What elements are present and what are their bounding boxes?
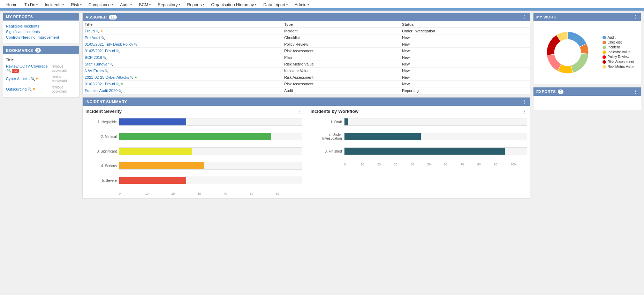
assigned-status-cell: New <box>400 41 530 48</box>
x-axis-tick: 50 <box>427 163 444 166</box>
legend-label: Risk Assessment <box>607 60 634 64</box>
nav-item-bcm[interactable]: BCM▾ <box>135 0 154 9</box>
table-row: NAV Errors🔍Indicator ValueNew <box>83 68 530 74</box>
report-link[interactable]: Significant incidents <box>6 29 76 34</box>
incident-summary-menu-button[interactable]: ⋮ <box>522 99 527 104</box>
donut-segment <box>571 53 589 73</box>
bar-track <box>344 147 528 155</box>
bar-label: 2. Under Investigation <box>311 133 342 140</box>
nav-item-incidents[interactable]: Incidents▾ <box>41 0 67 9</box>
bar-label: 5. Severe <box>85 179 117 183</box>
workflow-chart-menu[interactable]: ⋮ <box>522 109 527 114</box>
search-icon[interactable]: 🔍 <box>96 30 99 33</box>
nav-item-compliance[interactable]: Compliance▾ <box>85 0 116 9</box>
bar-track <box>119 133 302 140</box>
nav-item-home[interactable]: Home <box>3 0 21 9</box>
severity-chart-menu[interactable]: ⋮ <box>297 109 302 114</box>
report-link[interactable]: Negligible Incidents <box>6 23 76 29</box>
search-icon[interactable]: 🔍 <box>109 63 113 66</box>
nav-caret: ▾ <box>62 3 64 6</box>
search-icon[interactable]: 🔍 <box>28 87 32 91</box>
nav-item-reports[interactable]: Reports▾ <box>184 0 208 9</box>
assigned-status-cell: New <box>400 68 530 74</box>
assigned-title-link[interactable]: Fraud <box>85 29 95 33</box>
x-axis-tick: 0 <box>119 192 145 195</box>
exports-body <box>533 96 641 110</box>
incident-summary-title: INCIDENT SUMMARY <box>85 100 127 104</box>
assigned-title-cell: Pre Audit🔍 <box>83 34 282 41</box>
report-link[interactable]: Controls Needing Improvement <box>6 34 76 40</box>
assigned-title-link[interactable]: BCP 2018 <box>85 55 102 60</box>
nav-item-admin[interactable]: Admin▾ <box>291 0 312 9</box>
bar-label: 3. Significant <box>85 149 117 153</box>
nav-caret: ▾ <box>255 3 256 6</box>
assigned-body: TitleTypeStatus Fraud🔍⚑IncidentUnder Inv… <box>83 21 530 94</box>
nav-item-data-import[interactable]: Data Import▾ <box>260 0 291 9</box>
nav-item-risk[interactable]: Risk▾ <box>67 0 85 9</box>
assigned-title-link[interactable]: Pre Audit <box>85 36 100 40</box>
pdf-icon[interactable]: PDF <box>12 69 19 73</box>
search-icon[interactable]: 🔍 <box>103 56 107 60</box>
x-axis-tick: 10 <box>361 163 377 166</box>
my-reports-section: MY REPORTS Negligible IncidentsSignifica… <box>3 13 79 43</box>
assigned-status-cell: New <box>400 34 530 41</box>
assigned-menu-button[interactable]: ⋮ <box>522 15 527 20</box>
bar-label: 4. Serious <box>85 164 117 168</box>
nav-caret: ▾ <box>36 3 38 6</box>
nav-item-organisation-hierarchy[interactable]: Organisation Hierarchy▾ <box>208 0 260 9</box>
severity-chart-title: Incident Severity <box>85 109 302 114</box>
nav-item-to-do[interactable]: To Do▾ <box>21 0 41 9</box>
search-icon[interactable]: 🔍 <box>31 77 35 81</box>
donut-chart <box>540 25 596 80</box>
assigned-title-link[interactable]: 01/05/2021 Tidy Desk Policy <box>85 42 133 46</box>
bar-fill <box>119 133 271 140</box>
legend-label: Audit <box>607 36 615 39</box>
assigned-title-link[interactable]: 2021-02-25 Cyber Attacks <box>85 75 129 79</box>
search-icon[interactable]: 🔍 <box>7 69 11 72</box>
bar-track <box>119 147 302 155</box>
assigned-status-cell: Under Investigation <box>400 28 530 34</box>
nav-item-repository[interactable]: Repository▾ <box>154 0 183 9</box>
bar-fill <box>119 162 204 169</box>
assigned-title-link[interactable]: Staff Turnover <box>85 62 109 66</box>
assigned-table: TitleTypeStatus Fraud🔍⚑IncidentUnder Inv… <box>83 21 530 94</box>
remove-bookmark-cell: remove bookmark <box>52 63 76 74</box>
bar-row: 1. Draft <box>311 118 528 126</box>
table-row: Pre Audit🔍ChecklistNew <box>83 34 530 41</box>
search-icon[interactable]: 🔍 <box>101 36 105 40</box>
flag-icon[interactable]: ⚑ <box>134 76 137 79</box>
search-icon[interactable]: 🔍 <box>116 83 120 86</box>
bookmark-title[interactable]: Review CCTV Coverage <box>6 64 48 68</box>
exports-menu-button[interactable]: ⋮ <box>633 89 638 94</box>
search-icon[interactable]: 🔍 <box>105 69 108 73</box>
my-work-menu-button[interactable]: ⋮ <box>633 15 638 20</box>
search-icon[interactable]: 🔍 <box>130 76 134 79</box>
nav-item-audit[interactable]: Audit▾ <box>116 0 135 9</box>
flag-icon[interactable]: ⚑ <box>32 87 36 91</box>
search-icon[interactable]: 🔍 <box>134 43 138 46</box>
legend-label: Risk Metric Value <box>607 65 634 69</box>
flag-icon[interactable]: ⚑ <box>120 83 123 86</box>
remove-bookmark-button[interactable]: remove bookmark <box>52 85 67 93</box>
bar-track <box>119 118 302 126</box>
legend-label: Checklist <box>607 40 622 44</box>
remove-bookmark-button[interactable]: remove bookmark <box>52 64 67 72</box>
x-axis-tick: 60 <box>276 192 302 195</box>
assigned-title-link[interactable]: 01/05/2021 Fraud <box>85 49 115 53</box>
flag-icon[interactable]: ⚑ <box>100 30 103 33</box>
assigned-title-cell: Staff Turnover🔍 <box>83 61 282 68</box>
my-reports-header: MY REPORTS <box>3 13 79 21</box>
search-icon[interactable]: 🔍 <box>118 89 122 93</box>
assigned-title-link[interactable]: Equities Audit 2020 <box>85 88 118 93</box>
assigned-title-link[interactable]: 01/02/2021 Fraud <box>85 82 115 86</box>
flag-icon[interactable]: ⚑ <box>36 77 39 81</box>
bar-track <box>344 133 528 140</box>
bookmark-title[interactable]: Outsourcing <box>6 87 26 91</box>
x-axis-tick: 80 <box>477 163 494 166</box>
assigned-title-cell: 2021-02-25 Cyber Attacks🔍⚑ <box>83 74 282 81</box>
assigned-title-link[interactable]: NAV Errors <box>85 69 104 73</box>
list-item: Outsourcing🔍⚑remove bookmark <box>6 84 76 94</box>
remove-bookmark-button[interactable]: remove bookmark <box>52 75 67 83</box>
bookmark-title[interactable]: Cyber Attacks <box>6 77 30 81</box>
search-icon[interactable]: 🔍 <box>116 49 120 53</box>
